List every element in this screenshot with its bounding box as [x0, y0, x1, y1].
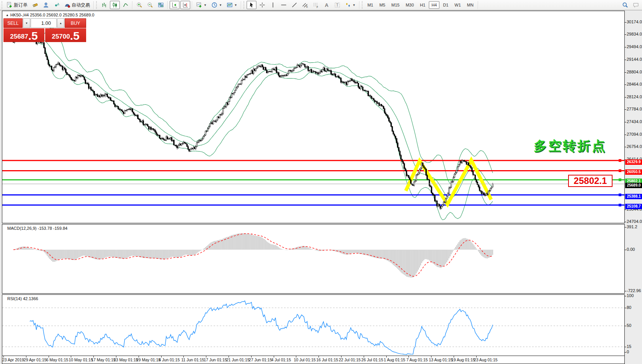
macd-pane[interactable]: MACD(12,26,9) -153.78 -159.84: [2, 224, 625, 294]
one-click-trading-panel: SELL ▼ 1.00 ▲ BUY 25687 .5 25700 .5: [3, 18, 86, 42]
line-chart-button[interactable]: [121, 1, 131, 9]
trendline-button[interactable]: [289, 1, 299, 9]
new-order-button[interactable]: 新订单: [5, 1, 29, 10]
horizontal-line-icon: [281, 2, 287, 8]
price-axis-label: 29834.0: [627, 32, 642, 36]
search-button[interactable]: [620, 1, 630, 9]
macd-axis-label: 0.00: [627, 247, 635, 252]
main-chart[interactable]: ▲ HK50-,H4 25356.0 25692.0 25280.5 25689…: [2, 11, 625, 223]
new-chart-button[interactable]: ▼: [194, 1, 209, 9]
timeframe-h1[interactable]: H1: [417, 1, 428, 9]
date-axis-label: 17 May 01:15: [91, 358, 116, 362]
date-axis-label: 10 May 01:15: [69, 358, 93, 362]
fibonacci-icon: F: [313, 2, 319, 8]
candlestick-chart-button[interactable]: [110, 1, 120, 9]
buy-button[interactable]: BUY: [65, 18, 86, 28]
templates-caret[interactable]: ▼: [234, 3, 237, 7]
rsi-axis[interactable]: 1008050150: [625, 294, 642, 356]
signals-button[interactable]: [52, 1, 62, 9]
metaeditor-icon: [32, 2, 38, 8]
vertical-line-button[interactable]: [268, 1, 278, 9]
text-label-icon: T: [334, 2, 340, 8]
macd-axis[interactable]: 391.20.00-722.96: [625, 224, 642, 294]
date-axis-label: 6 May 01:15: [46, 358, 69, 362]
metaeditor-button[interactable]: [30, 1, 40, 9]
clock-icon: [211, 2, 217, 8]
macd-axis-label: 391.2: [627, 224, 637, 229]
chart-title-text: HK50-,H4 25356.0 25692.0 25280.5 25689.0: [10, 13, 95, 17]
timeframe-d1[interactable]: D1: [440, 1, 451, 9]
equidistant-channel-button[interactable]: E: [300, 1, 310, 9]
cursor-icon: [248, 2, 255, 8]
periodicity-button[interactable]: ▼: [209, 1, 224, 9]
svg-text:A: A: [325, 2, 328, 8]
timeframe-m1[interactable]: M1: [365, 1, 376, 9]
text-label-button[interactable]: T: [332, 1, 342, 9]
fibonacci-button[interactable]: F: [311, 1, 321, 9]
new-chart-caret[interactable]: ▼: [204, 3, 207, 7]
line-chart-icon: [123, 2, 129, 8]
date-axis-label: 16 Jul 01:15: [316, 358, 338, 362]
volume-down-button[interactable]: ▼: [23, 18, 30, 28]
date-axis-label: 4 Jul 01:15: [271, 358, 291, 362]
autotrading-button[interactable]: 自动交易: [62, 1, 92, 10]
date-axis-label: 7 Aug 01:15: [406, 358, 428, 362]
periodicity-caret[interactable]: ▼: [219, 3, 222, 7]
timeframe-m30[interactable]: M30: [403, 1, 417, 9]
candlestick-chart-canvas[interactable]: [2, 11, 624, 223]
date-axis-label: 23 Apr 2019: [2, 358, 24, 362]
timeframe-w1[interactable]: W1: [452, 1, 464, 9]
date-axis-label: 13 Aug 01:15: [429, 358, 453, 362]
candlestick-chart-icon: [112, 2, 118, 8]
autotrading-label: 自动交易: [72, 2, 90, 8]
timeframe-h4[interactable]: H4: [429, 1, 439, 9]
arrows-icon: [345, 2, 351, 8]
bar-chart-icon: [101, 2, 107, 8]
tile-windows-button[interactable]: [156, 1, 166, 9]
sell-button[interactable]: SELL: [3, 18, 23, 28]
toolbar: 新订单 自动交易: [0, 0, 642, 10]
date-axis[interactable]: 23 Apr 201929 Apr 01:156 May 01:1510 May…: [2, 356, 625, 364]
timeframe-m5[interactable]: M5: [377, 1, 388, 9]
date-axis-label: 29 Apr 01:15: [24, 358, 47, 362]
price-axis[interactable]: 30174.029834.029494.029144.028804.028464…: [625, 11, 642, 223]
buy-price-frac: .5: [70, 30, 80, 42]
date-axis-label: 22 Jul 01:15: [339, 358, 361, 362]
sell-price-display[interactable]: 25687 .5: [3, 28, 44, 42]
volume-input[interactable]: 1.00: [31, 18, 57, 28]
new-order-label: 新订单: [14, 2, 28, 8]
buy-price-display[interactable]: 25700 .5: [45, 28, 86, 42]
auto-scroll-button[interactable]: [170, 1, 180, 9]
chart-title: ▲ HK50-,H4 25356.0 25692.0 25280.5 25689…: [6, 13, 95, 17]
date-axis-label: 21 Jun 01:15: [226, 358, 250, 362]
timeframe-m15[interactable]: M15: [389, 1, 402, 9]
chart-shift-button[interactable]: [180, 1, 190, 9]
price-axis-label: 29494.0: [627, 44, 642, 49]
new-order-icon: [7, 2, 13, 8]
chat-icon: [633, 2, 639, 8]
text-button[interactable]: A: [322, 1, 332, 9]
price-axis-label: 28124.0: [627, 94, 642, 99]
bar-chart-button[interactable]: [99, 1, 109, 9]
templates-button[interactable]: ▼: [225, 1, 239, 9]
zoom-out-button[interactable]: [145, 1, 155, 9]
rsi-pane[interactable]: RSI(14) 42.1366: [2, 294, 625, 356]
zoom-in-button[interactable]: [134, 1, 144, 9]
market-icon: [43, 2, 49, 8]
volume-up-button[interactable]: ▲: [57, 18, 64, 28]
cursor-button[interactable]: [247, 1, 256, 9]
search-icon: [622, 2, 628, 8]
timeframe-mn[interactable]: MN: [464, 1, 476, 9]
macd-label: MACD(12,26,9) -153.78 -159.84: [7, 226, 67, 231]
crosshair-button[interactable]: [257, 1, 267, 9]
templates-icon: [227, 2, 233, 8]
arrows-button[interactable]: ▼: [343, 1, 358, 9]
market-button[interactable]: [41, 1, 51, 9]
rsi-axis-label: 80: [627, 305, 631, 310]
horizontal-line-button[interactable]: [279, 1, 289, 9]
price-axis-label: 28804.0: [627, 70, 642, 74]
chat-button[interactable]: [631, 1, 641, 9]
arrows-caret[interactable]: ▼: [353, 3, 356, 7]
collapse-panel-arrow[interactable]: ▲: [6, 13, 9, 17]
macd-axis-label: -722.96: [627, 288, 641, 293]
